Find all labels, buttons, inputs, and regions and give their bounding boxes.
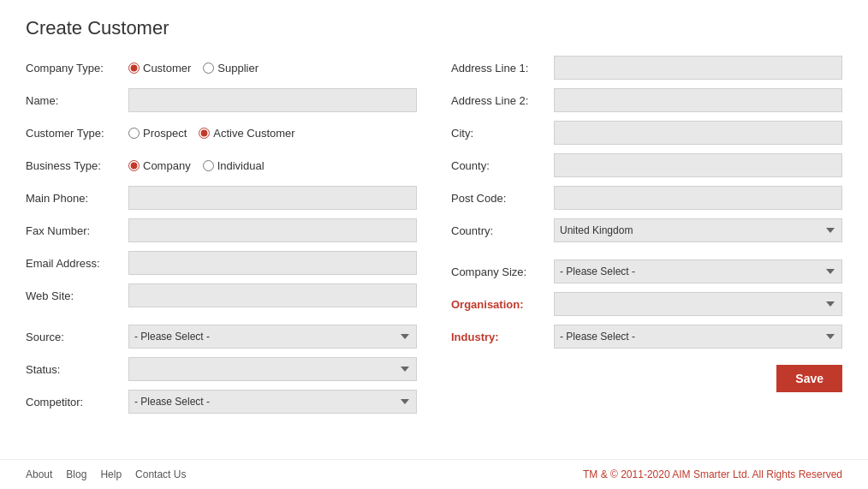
company-type-row: Company Type: Customer Supplier — [26, 55, 417, 81]
email-address-label: Email Address: — [26, 257, 128, 270]
active-customer-radio[interactable] — [199, 128, 210, 139]
business-type-label: Business Type: — [26, 159, 128, 172]
individual-radio[interactable] — [203, 160, 214, 171]
city-label: City: — [451, 127, 554, 140]
company-size-label: Company Size: — [451, 265, 554, 278]
customer-radio-item[interactable]: Customer — [128, 62, 191, 75]
main-phone-label: Main Phone: — [26, 192, 128, 205]
county-input[interactable] — [554, 153, 842, 177]
prospect-radio-item[interactable]: Prospect — [128, 127, 187, 140]
web-site-label: Web Site: — [26, 289, 128, 302]
country-label: Country: — [451, 224, 554, 237]
county-row: County: — [451, 152, 842, 178]
main-content: Create Customer Company Type: Customer S… — [0, 0, 868, 459]
individual-radio-item[interactable]: Individual — [203, 159, 265, 172]
country-row: Country: United Kingdom — [451, 218, 842, 243]
company-size-select[interactable]: - Please Select - — [554, 259, 842, 283]
company-radio-label: Company — [143, 159, 191, 172]
fax-number-row: Fax Number: — [26, 218, 417, 243]
industry-label: Industry: — [451, 331, 554, 343]
organisation-row: Organisation: — [451, 291, 842, 317]
source-label: Source: — [26, 331, 128, 343]
city-row: City: — [451, 120, 842, 146]
main-phone-input[interactable] — [128, 186, 417, 210]
company-radio[interactable] — [128, 160, 140, 171]
individual-radio-label: Individual — [217, 159, 265, 172]
footer-link-blog[interactable]: Blog — [66, 468, 86, 480]
customer-radio[interactable] — [128, 63, 140, 74]
address-line2-row: Address Line 2: — [451, 87, 842, 113]
county-label: County: — [451, 159, 554, 172]
industry-select[interactable]: - Please Select - — [554, 325, 842, 349]
name-label: Name: — [26, 94, 128, 107]
company-size-row: Company Size: - Please Select - — [451, 259, 842, 284]
footer: About Blog Help Contact Us TM & © 2011-2… — [0, 459, 868, 489]
customer-type-row: Customer Type: Prospect Active Customer — [26, 120, 417, 146]
page-title: Create Customer — [26, 17, 842, 39]
footer-links: About Blog Help Contact Us — [26, 468, 186, 480]
supplier-radio-label: Supplier — [217, 62, 259, 75]
industry-row: Industry: - Please Select - — [451, 324, 842, 349]
footer-link-help[interactable]: Help — [100, 468, 122, 480]
address-line2-label: Address Line 2: — [451, 94, 554, 107]
country-select[interactable]: United Kingdom — [554, 218, 842, 242]
fax-number-input[interactable] — [128, 218, 417, 242]
save-button[interactable]: Save — [776, 365, 842, 392]
supplier-radio-item[interactable]: Supplier — [203, 62, 259, 75]
source-row: Source: - Please Select - — [26, 324, 417, 349]
address-line1-input[interactable] — [554, 56, 842, 80]
address-line1-row: Address Line 1: — [451, 55, 842, 81]
website-input[interactable] — [128, 283, 417, 307]
web-site-row: Web Site: — [26, 283, 417, 308]
organisation-label: Organisation: — [451, 298, 554, 311]
customer-radio-label: Customer — [143, 62, 191, 75]
prospect-radio-label: Prospect — [143, 127, 187, 140]
email-input[interactable] — [128, 251, 417, 275]
competitor-row: Competitor: - Please Select - — [26, 389, 417, 414]
main-phone-row: Main Phone: — [26, 185, 417, 211]
post-code-row: Post Code: — [451, 185, 842, 211]
prospect-radio[interactable] — [128, 128, 140, 139]
customer-type-radio-group: Prospect Active Customer — [128, 127, 417, 140]
post-code-label: Post Code: — [451, 192, 554, 205]
city-input[interactable] — [554, 121, 842, 145]
organisation-select[interactable] — [554, 292, 842, 316]
company-radio-item[interactable]: Company — [128, 159, 191, 172]
company-type-radio-group: Customer Supplier — [128, 62, 417, 75]
status-select[interactable] — [128, 357, 417, 381]
address-line1-label: Address Line 1: — [451, 62, 554, 75]
customer-type-label: Customer Type: — [26, 127, 128, 140]
competitor-select[interactable]: - Please Select - — [128, 390, 417, 414]
form-grid: Company Type: Customer Supplier Name: — [26, 55, 842, 421]
save-row: Save — [451, 365, 842, 392]
supplier-radio[interactable] — [203, 63, 214, 74]
status-label: Status: — [26, 363, 128, 376]
source-select[interactable]: - Please Select - — [128, 325, 417, 349]
business-type-row: Business Type: Company Individual — [26, 152, 417, 178]
competitor-label: Competitor: — [26, 396, 128, 408]
active-customer-radio-label: Active Customer — [213, 127, 294, 140]
name-input[interactable] — [128, 88, 417, 112]
address-line2-input[interactable] — [554, 88, 842, 112]
email-address-row: Email Address: — [26, 250, 417, 276]
post-code-input[interactable] — [554, 186, 842, 210]
left-section: Company Type: Customer Supplier Name: — [26, 55, 417, 421]
right-section: Address Line 1: Address Line 2: City: Co… — [451, 55, 842, 421]
business-type-radio-group: Company Individual — [128, 159, 417, 172]
active-customer-radio-item[interactable]: Active Customer — [199, 127, 294, 140]
footer-copyright: TM & © 2011-2020 AIM Smarter Ltd. All Ri… — [583, 468, 842, 480]
company-type-label: Company Type: — [26, 62, 128, 75]
name-row: Name: — [26, 87, 417, 113]
footer-link-about[interactable]: About — [26, 468, 52, 480]
fax-number-label: Fax Number: — [26, 224, 128, 237]
footer-link-contact[interactable]: Contact Us — [135, 468, 186, 480]
status-row: Status: — [26, 356, 417, 382]
